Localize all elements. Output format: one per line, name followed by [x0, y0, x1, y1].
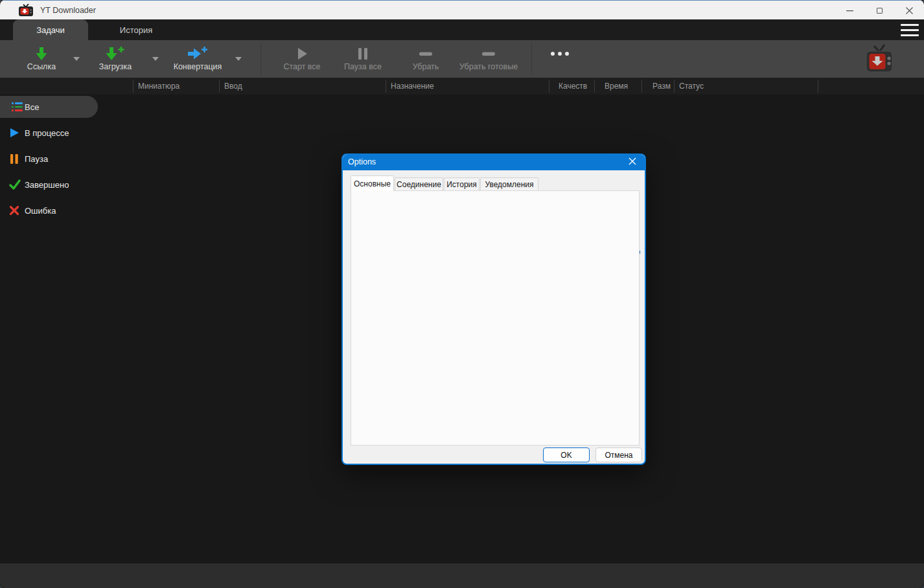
column-destination[interactable]: Назначение — [391, 78, 434, 95]
sidebar-item-paused-label: Пауза — [25, 154, 48, 164]
dialog-tab-general[interactable]: Основные — [351, 175, 394, 191]
window-controls — [835, 1, 924, 20]
convert-plus-arrow-icon — [187, 45, 209, 62]
remove-button[interactable]: Убрать — [396, 40, 456, 78]
column-separator — [674, 80, 675, 93]
add-link-button[interactable]: Ссылка — [12, 40, 71, 78]
column-separator — [641, 80, 642, 93]
dialog-close-button[interactable] — [623, 153, 642, 169]
cancel-button-label: Отмена — [605, 451, 632, 460]
remove-minus-icon — [417, 45, 434, 62]
column-thumbnail[interactable]: Миниатюра — [138, 78, 179, 95]
toolbar-separator — [260, 43, 261, 75]
play-icon — [9, 128, 25, 138]
dialog-tab-page — [351, 190, 640, 446]
ok-button-label: OK — [560, 451, 572, 460]
cross-icon — [9, 205, 25, 216]
dialog-tab-connection[interactable]: Соединение — [395, 177, 443, 191]
column-input[interactable]: Ввод — [224, 78, 242, 95]
cancel-button[interactable]: Отмена — [595, 447, 642, 462]
pause-icon — [9, 153, 25, 164]
add-download-label: Загрузка — [99, 62, 132, 71]
toolbar-separator — [531, 43, 532, 75]
download-dropdown-chevron-icon[interactable] — [146, 40, 165, 78]
close-button[interactable] — [894, 1, 924, 20]
colored-list-icon — [9, 102, 25, 111]
column-separator — [818, 80, 818, 93]
sidebar-item-done[interactable]: Завершено — [0, 174, 98, 196]
sidebar-item-paused[interactable]: Пауза — [0, 148, 98, 170]
dialog-tab-history-label: История — [446, 180, 477, 189]
window-title: YT Downloader — [40, 6, 96, 15]
column-quality[interactable]: Качеств — [559, 78, 587, 95]
title-bar: YT Downloader — [0, 0, 924, 19]
dialog-title-bar: Options — [341, 153, 646, 170]
sidebar-item-in-progress-label: В процессе — [25, 128, 69, 138]
remove-done-button[interactable]: Убрать готовые — [455, 40, 522, 78]
ok-button[interactable]: OK — [543, 447, 590, 462]
tab-history-label: История — [120, 25, 152, 35]
pause-all-button[interactable]: Пауза все — [332, 40, 394, 78]
maximize-button[interactable] — [864, 1, 894, 20]
column-status[interactable]: Статус — [679, 78, 704, 95]
dialog-tab-general-label: Основные — [354, 179, 391, 188]
pause-all-icon — [356, 45, 369, 62]
yt-downloader-logo-button[interactable] — [862, 43, 898, 76]
dialog-title: Options — [348, 157, 376, 166]
download-plus-arrow-icon — [105, 45, 126, 62]
pause-all-label: Пауза все — [344, 62, 382, 71]
sidebar-item-in-progress[interactable]: В процессе — [0, 122, 98, 144]
conversion-dropdown-chevron-icon[interactable] — [229, 40, 248, 78]
sidebar-item-all[interactable]: Все — [0, 96, 98, 118]
remove-label: Убрать — [413, 62, 439, 71]
dialog-tab-history[interactable]: История — [444, 177, 479, 191]
check-icon — [9, 179, 25, 190]
dialog-tab-connection-label: Соединение — [397, 180, 441, 189]
start-all-button[interactable]: Старт все — [271, 40, 333, 78]
sidebar-item-done-label: Завершено — [25, 180, 69, 190]
app-window: YT Downloader Задачи История Ссылка Загр… — [0, 0, 924, 588]
tab-tasks[interactable]: Задачи — [13, 19, 88, 40]
main-tab-bar: Задачи История — [0, 19, 924, 40]
sidebar-item-error[interactable]: Ошибка — [0, 199, 98, 221]
options-dialog: Options Основные Соединение История Увед… — [341, 153, 646, 465]
remove-done-label: Убрать готовые — [459, 62, 518, 71]
add-conversion-button[interactable]: Конвертация — [163, 40, 232, 78]
status-bar — [0, 563, 924, 588]
link-download-arrow-icon — [34, 45, 49, 62]
tab-tasks-label: Задачи — [36, 25, 65, 35]
column-time[interactable]: Время — [605, 78, 628, 95]
tab-history[interactable]: История — [97, 19, 175, 40]
remove-done-minus-icon — [480, 45, 497, 62]
minimize-button[interactable] — [835, 1, 864, 20]
column-separator — [549, 80, 549, 93]
add-conversion-label: Конвертация — [174, 62, 222, 71]
dialog-tab-notifications[interactable]: Уведомления — [480, 177, 538, 191]
column-separator — [594, 80, 595, 93]
toolbar: Ссылка Загрузка Конвертация Старт все — [0, 40, 924, 78]
column-separator — [386, 80, 386, 93]
add-download-button[interactable]: Загрузка — [86, 40, 145, 78]
column-separator — [219, 80, 220, 93]
play-all-icon — [295, 45, 309, 62]
more-button[interactable] — [542, 40, 578, 78]
menu-icon[interactable] — [901, 24, 919, 36]
ellipsis-icon — [551, 45, 569, 62]
column-header-row: Миниатюра Ввод Назначение Качеств Время … — [0, 78, 924, 95]
start-all-label: Старт все — [283, 62, 320, 71]
close-icon — [629, 157, 636, 165]
app-icon — [18, 4, 34, 17]
column-size[interactable]: Разм — [645, 78, 671, 95]
sidebar-item-error-label: Ошибка — [25, 206, 56, 216]
link-dropdown-chevron-icon[interactable] — [67, 40, 86, 78]
yt-downloader-tv-icon — [862, 44, 897, 75]
sidebar-item-all-label: Все — [25, 102, 39, 112]
dialog-tab-notifications-label: Уведомления — [485, 180, 533, 189]
column-separator — [133, 80, 133, 93]
add-link-label: Ссылка — [27, 62, 56, 71]
